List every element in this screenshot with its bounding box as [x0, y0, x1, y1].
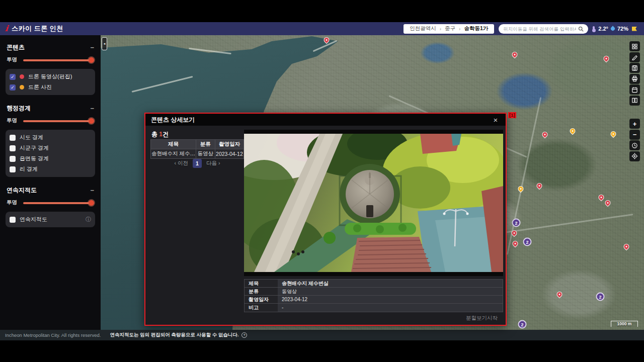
calendar-button[interactable] — [629, 84, 640, 95]
map-toolbar-zoom: + − — [629, 119, 640, 161]
checkbox-unchecked[interactable] — [10, 135, 16, 141]
sidebar-collapse-handle[interactable]: ◂ — [102, 37, 107, 50]
cluster-marker[interactable]: 2 — [596, 293, 605, 301]
boundary-item-sigungu[interactable]: 시군구 경계 — [10, 143, 91, 153]
opacity-slider[interactable] — [23, 57, 94, 63]
layer-item-drone-video[interactable]: ✓ 드론 동영상(편집) — [10, 71, 91, 82]
cell-type[interactable]: 동영상 — [196, 149, 215, 159]
red-pin-marker[interactable] — [511, 51, 519, 59]
breadcrumb[interactable]: 인천광역시 › 중구 › 송학동1가 — [404, 24, 494, 34]
opacity-label: 투명 — [7, 117, 17, 124]
panel-title: 행정경계 — [7, 104, 31, 113]
collapse-minus-icon[interactable]: − — [90, 187, 94, 194]
info-icon[interactable]: ⓘ — [86, 216, 91, 223]
red-pin-marker[interactable] — [541, 131, 549, 139]
map-type-button[interactable] — [629, 41, 640, 51]
boundary-item-label: 리 경계 — [20, 165, 38, 173]
footer-bar: Incheon Metropolitan City. All rights re… — [0, 330, 644, 340]
printer-icon — [631, 75, 638, 82]
boundary-list: 시도 경계 시군구 경계 읍면동 경계 리 경계 — [6, 130, 95, 177]
col-date: 촬영일자 — [215, 140, 244, 149]
cluster-marker[interactable]: 2 — [518, 320, 527, 329]
search-input[interactable] — [503, 26, 576, 32]
checkbox-checked[interactable]: ✓ — [10, 84, 16, 90]
panel-title: 콘텐츠 — [7, 43, 25, 52]
collapse-minus-icon[interactable]: − — [90, 105, 94, 112]
expand-plus-icon[interactable]: + — [242, 332, 247, 338]
table-row[interactable]: 송현배수지 제수… 동영상 2023-04-12 — [151, 149, 244, 159]
red-dot-icon — [20, 74, 24, 79]
search-icon[interactable] — [578, 26, 584, 32]
red-pin-marker[interactable] — [323, 36, 331, 44]
modal-title-bar: 콘텐츠 상세보기 × — [145, 114, 506, 126]
page-number-active[interactable]: 1 — [193, 159, 202, 168]
search-box[interactable] — [499, 24, 588, 34]
history-button[interactable] — [629, 140, 640, 150]
boundary-item-ri[interactable]: 리 경계 — [10, 164, 91, 174]
panel-admin-header: 행정경계 − — [6, 103, 95, 117]
cluster-marker[interactable]: 2 — [523, 238, 532, 246]
boundary-item-label: 시도 경계 — [20, 134, 43, 141]
checkbox-unchecked[interactable] — [10, 166, 16, 172]
checkbox-unchecked[interactable] — [10, 217, 16, 223]
opacity-slider[interactable] — [23, 200, 94, 206]
zoom-out-button[interactable]: − — [629, 130, 640, 140]
red-pin-marker[interactable] — [604, 199, 612, 207]
next-page-button[interactable]: 다음 › — [206, 160, 220, 167]
boundary-item-sido[interactable]: 시도 경계 — [10, 132, 91, 143]
wind-flag-icon — [632, 27, 637, 31]
detail-value: 2023-04-12 — [278, 296, 503, 303]
detail-table: 제목 송현배수지 제수변실 분류 동영상 촬영일자 2023-04-12 비고 … — [244, 279, 503, 312]
split-view-start-button[interactable]: 분할보기시작 — [466, 315, 498, 322]
yellow-pin-marker[interactable] — [609, 130, 617, 138]
cadastral-notice-text: 연속지적도는 임의 편집되어 측량용으로 사용할 수 없습니다. — [110, 332, 238, 338]
slider-knob[interactable] — [89, 200, 94, 206]
zoom-in-button[interactable]: + — [629, 119, 640, 129]
opacity-slider[interactable] — [23, 118, 94, 124]
locate-button[interactable] — [629, 151, 640, 161]
cell-title[interactable]: 송현배수지 제수… — [151, 149, 196, 159]
yellow-pin-marker[interactable] — [517, 185, 525, 193]
cadastral-item[interactable]: 연속지적도 ⓘ — [10, 214, 91, 225]
top-header: i 스카이 드론 인천 인천광역시 › 중구 › 송학동1가 2.2° 72% — [0, 22, 644, 35]
chevron-right-icon: › — [459, 26, 460, 32]
red-pin-marker[interactable] — [511, 240, 519, 248]
layer-item-drone-photo[interactable]: ✓ 드론 사진 — [10, 82, 91, 93]
measure-button[interactable] — [629, 52, 640, 62]
detail-row-note: 비고 - — [245, 304, 503, 312]
close-icon[interactable]: × — [491, 116, 500, 124]
layer-item-label: 드론 동영상(편집) — [28, 73, 72, 80]
cell-date[interactable]: 2023-04-12 — [215, 149, 244, 159]
slider-track — [23, 120, 94, 122]
breadcrumb-current[interactable]: 송학동1가 — [464, 25, 488, 32]
red-pin-marker[interactable] — [510, 229, 518, 237]
slider-track — [23, 202, 94, 204]
split-view-button[interactable] — [629, 96, 640, 106]
copyright-text: Incheon Metropolitan City. All rights re… — [0, 332, 101, 338]
slider-knob[interactable] — [89, 57, 94, 63]
checkbox-unchecked[interactable] — [10, 145, 16, 151]
breadcrumb-city[interactable]: 인천광역시 — [410, 25, 436, 32]
detail-value: 동영상 — [278, 288, 503, 295]
boundary-item-eupmyeondong[interactable]: 읍면동 경계 — [10, 153, 91, 164]
pagination: ‹ 이전 1 다음 › — [150, 159, 244, 168]
red-pin-marker[interactable] — [535, 182, 543, 190]
red-pin-marker[interactable] — [622, 243, 630, 251]
cluster-marker[interactable]: 2 — [512, 219, 521, 227]
modal-body: 총 1건 제목 분류 촬영일자 송현배수지 제수… 동영상 2023-04-12… — [145, 126, 506, 325]
save-capture-button[interactable] — [629, 63, 640, 73]
red-pin-marker[interactable] — [555, 291, 564, 299]
collapse-minus-icon[interactable]: − — [90, 44, 94, 51]
red-pin-marker[interactable] — [597, 194, 605, 202]
checkbox-checked[interactable]: ✓ — [10, 74, 16, 80]
slider-knob[interactable] — [89, 118, 94, 124]
red-pin-marker[interactable] — [602, 55, 610, 63]
print-button[interactable] — [629, 74, 640, 84]
opacity-row: 투명 — [7, 117, 94, 124]
slider-track — [23, 59, 94, 61]
checkbox-unchecked[interactable] — [10, 156, 16, 162]
prev-page-button[interactable]: ‹ 이전 — [175, 160, 188, 167]
yellow-pin-marker[interactable] — [569, 127, 577, 135]
boundary-item-label: 시군구 경계 — [20, 144, 49, 152]
breadcrumb-district[interactable]: 중구 — [445, 25, 455, 32]
